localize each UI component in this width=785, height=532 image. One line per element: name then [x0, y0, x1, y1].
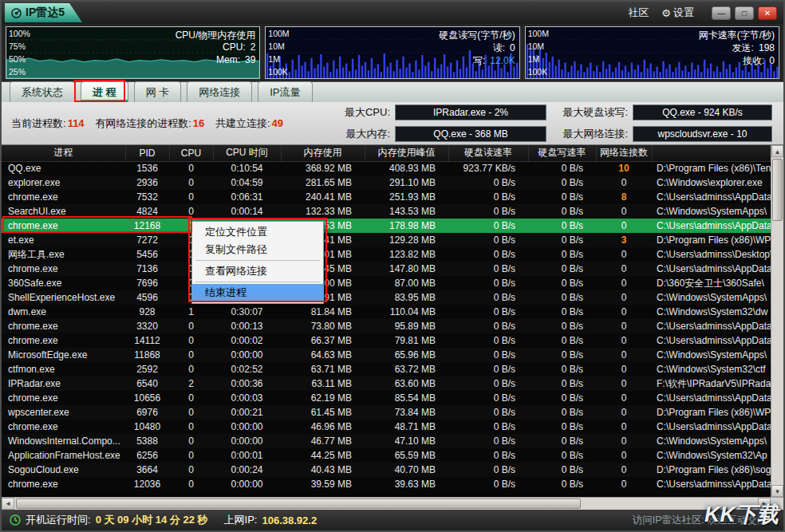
scroll-up-arrow-icon[interactable]: ▲ — [771, 145, 783, 157]
horizontal-scrollbar[interactable]: ◄ ► — [2, 497, 783, 510]
title-bar[interactable]: IP雷达5 社区 ⚙设置 — □ ✕ — [2, 2, 783, 24]
tab-system-status[interactable]: 系统状态 — [10, 81, 75, 102]
cell-pid: 7136 — [125, 262, 169, 276]
cell-path: C:\Users\adminss\AppData — [652, 391, 771, 405]
net-recv-line: 接收:0 — [743, 54, 775, 68]
table-row[interactable]: ctfmon.exe259200:02:5263.71 MB63.72 MB0 … — [2, 362, 771, 376]
cell-disk-read: 0 B/s — [448, 362, 528, 376]
cell-memory-peak: 47.10 MB — [365, 434, 448, 448]
cell-cpu: 0 — [169, 391, 213, 405]
table-header-row[interactable]: 进程 PID CPU CPU 时间 内存使用 内存使用峰值 硬盘读速率 硬盘写速… — [2, 145, 771, 161]
settings-button[interactable]: ⚙设置 — [661, 6, 694, 20]
cell-process-name: WindowsInternal.Compo... — [2, 434, 125, 448]
horizontal-scroll-track[interactable] — [14, 498, 758, 510]
menu-separator — [195, 282, 320, 282]
mem-value-line: Mem:39 — [216, 54, 255, 65]
table-row[interactable]: 网络工具.exe545600:00:09124.01 MB123.82 MB0 … — [2, 247, 771, 262]
cell-memory-peak: 79.81 MB — [365, 333, 448, 348]
tab-network-connections[interactable]: 网络连接 — [187, 81, 252, 102]
menu-item-locate-file[interactable]: 定位文件位置 — [192, 223, 323, 241]
cell-cpu: 0 — [169, 405, 213, 420]
cell-cpu-time: 0:00:02 — [213, 333, 281, 348]
table-row[interactable]: et.exe727200:00:52127.41 MB129.28 MB0 B/… — [2, 233, 771, 247]
cell-net-connections: 0 — [596, 405, 652, 420]
minimize-button[interactable]: — — [712, 6, 731, 20]
maximize-button[interactable]: □ — [735, 6, 754, 20]
menu-item-copy-path[interactable]: 复制文件路径 — [192, 241, 323, 258]
cell-pid: 4596 — [125, 290, 169, 305]
table-row[interactable]: chrome.exe1216800:00:06133.53 MB178.98 M… — [2, 219, 771, 233]
community-link[interactable]: 社区 — [628, 6, 649, 20]
table-row[interactable]: dwm.exe92810:30:0781.84 MB110.04 MB0 B/s… — [2, 305, 771, 319]
col-header-disk-read[interactable]: 硬盘读速率 — [448, 145, 528, 161]
cell-memory: 63.71 MB — [281, 362, 365, 376]
cell-cpu: 0 — [169, 348, 213, 362]
cell-net-connections: 0 — [596, 333, 652, 348]
table-row[interactable]: chrome.exe1048000:00:0046.96 MB48.71 MB0… — [2, 420, 771, 434]
vertical-scroll-track[interactable] — [771, 157, 783, 485]
table-row[interactable]: chrome.exe1065600:00:0362.19 MB85.54 MB0… — [2, 391, 771, 405]
table-row[interactable]: SearchUI.exe482400:00:14132.33 MB143.53 … — [2, 204, 771, 219]
cell-pid: 6256 — [125, 448, 169, 463]
cell-net-connections: 0 — [596, 362, 652, 376]
col-header-memory[interactable]: 内存使用 — [281, 145, 365, 161]
cell-memory: 368.92 MB — [281, 161, 365, 175]
table-row[interactable]: 360Safe.exe769600:00:3086.00 MB87.00 MB0… — [2, 276, 771, 290]
scroll-down-arrow-icon[interactable]: ▼ — [771, 485, 783, 497]
tab-processes[interactable]: 进 程 — [81, 81, 128, 102]
cell-net-connections: 0 — [596, 305, 652, 319]
cell-disk-read: 0 B/s — [448, 233, 528, 247]
cell-path: C:\Windows\System32\dw — [652, 305, 771, 319]
table-row[interactable]: chrome.exe332000:00:1373.80 MB95.89 MB0 … — [2, 319, 771, 333]
cell-memory-peak: 85.54 MB — [365, 391, 448, 405]
table-row[interactable]: QQ.exe153600:10:54368.92 MB408.93 MB923.… — [2, 161, 771, 175]
context-menu: 定位文件位置 复制文件路径 查看网络连接 结束进程 — [191, 221, 324, 304]
table-row[interactable]: MicrosoftEdge.exe1186800:00:0064.63 MB65… — [2, 348, 771, 362]
cell-process-name: explorer.exe — [2, 175, 125, 190]
col-header-cpu[interactable]: CPU — [169, 145, 213, 161]
table-row[interactable]: chrome.exe753200:06:31240.41 MB251.93 MB… — [2, 190, 771, 204]
cpu-scale-25: 25% — [9, 68, 26, 76]
cell-pid: 7532 — [125, 190, 169, 204]
menu-item-kill-process[interactable]: 结束进程 — [192, 284, 323, 301]
tab-network-card[interactable]: 网 卡 — [134, 81, 182, 102]
table-row[interactable]: explorer.exe293600:04:59281.65 MB291.10 … — [2, 175, 771, 190]
cell-disk-write: 0 B/s — [528, 319, 596, 333]
cell-memory-peak: 65.96 MB — [365, 348, 448, 362]
menu-item-view-connections[interactable]: 查看网络连接 — [192, 262, 323, 280]
table-row[interactable]: IPRadar.exe654020:00:3663.11 MB63.60 MB0… — [2, 376, 771, 391]
process-table: 进程 PID CPU CPU 时间 内存使用 内存使用峰值 硬盘读速率 硬盘写速… — [2, 145, 771, 491]
cell-path: C:\Windows\SystemApps\ — [652, 348, 771, 362]
table-row[interactable]: chrome.exe1203600:00:0039.59 MB39.63 MB0… — [2, 477, 771, 491]
table-row[interactable]: chrome.exe713600:01:04141.45 MB147.80 MB… — [2, 262, 771, 276]
cell-disk-write: 0 B/s — [528, 161, 596, 175]
cell-disk-write: 0 B/s — [528, 434, 596, 448]
horizontal-scroll-thumb[interactable] — [16, 499, 581, 509]
table-row[interactable]: chrome.exe1411200:00:0266.37 MB79.81 MB0… — [2, 333, 771, 348]
close-button[interactable]: ✕ — [758, 6, 777, 20]
scroll-right-arrow-icon[interactable]: ► — [758, 498, 771, 510]
col-header-cpu-time[interactable]: CPU 时间 — [213, 145, 281, 161]
table-row[interactable]: ShellExperienceHost.exe459600:00:1882.91… — [2, 290, 771, 305]
cell-memory-peak: 83.95 MB — [365, 290, 448, 305]
cell-cpu-time: 0:00:01 — [213, 448, 281, 463]
tab-ip-traffic[interactable]: IP流量 — [258, 81, 312, 102]
col-header-path[interactable] — [652, 145, 771, 161]
app-logo: IP雷达5 — [5, 3, 82, 22]
scroll-left-arrow-icon[interactable]: ◄ — [2, 498, 14, 510]
col-header-net-connections[interactable]: 网络连接数 — [596, 145, 652, 161]
cell-cpu-time: 0:02:52 — [213, 362, 281, 376]
cpu-graph-title: CPU/物理内存使用 — [176, 29, 256, 42]
table-row[interactable]: WindowsInternal.Compo...538800:00:0046.7… — [2, 434, 771, 448]
table-row[interactable]: wpscenter.exe697600:00:2161.45 MB73.84 M… — [2, 405, 771, 420]
vertical-scrollbar[interactable]: ▲ ▼ — [771, 145, 783, 497]
cell-cpu: 0 — [169, 319, 213, 333]
col-header-disk-write[interactable]: 硬盘写速率 — [528, 145, 596, 161]
col-header-process[interactable]: 进程 — [2, 145, 125, 161]
vertical-scroll-thumb[interactable] — [772, 159, 783, 221]
table-row[interactable]: SogouCloud.exe366400:00:2440.43 MB40.70 … — [2, 463, 771, 477]
cell-process-name: QQ.exe — [2, 161, 125, 175]
col-header-pid[interactable]: PID — [125, 145, 169, 161]
table-row[interactable]: ApplicationFrameHost.exe625600:00:0144.2… — [2, 448, 771, 463]
col-header-memory-peak[interactable]: 内存使用峰值 — [365, 145, 448, 161]
